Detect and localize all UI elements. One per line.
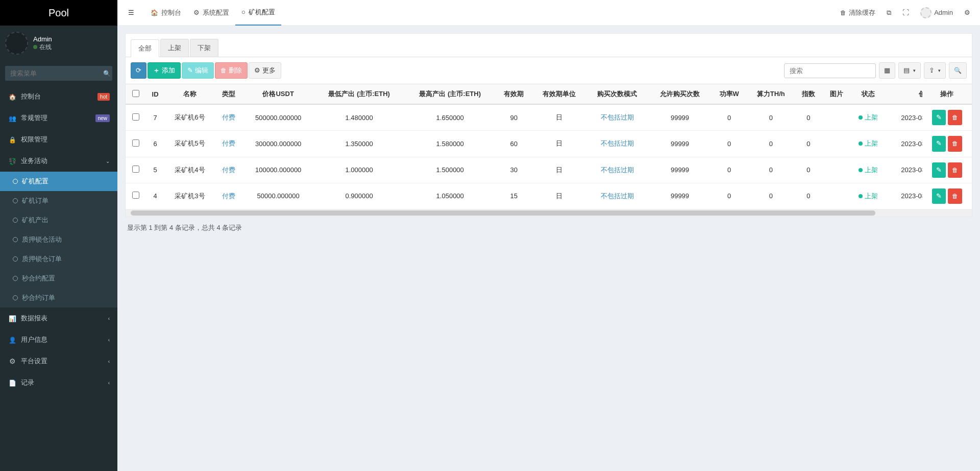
sidebar-subitem-label: 秒合约配置 [22,274,55,283]
sidebar-subitem[interactable]: 秒合约配置 [0,269,117,288]
column-header[interactable]: 功率W [711,84,747,104]
filter-tab[interactable]: 上架 [160,39,189,57]
cell-img [822,104,850,131]
cell-index: 0 [795,157,823,183]
toggle-view-button[interactable] [879,62,895,79]
search-button[interactable] [949,62,967,79]
column-header[interactable]: 最高产出 (主币:ETH) [405,84,496,104]
sidebar-item[interactable]: 控制台hot [0,86,117,107]
scrollbar-thumb[interactable] [131,210,875,216]
column-header[interactable] [126,84,145,104]
select-all-checkbox[interactable] [132,90,139,97]
horizontal-scrollbar[interactable] [126,209,972,217]
sidebar-item[interactable]: 常规管理new [0,107,117,129]
row-checkbox[interactable] [132,166,139,173]
delete-button[interactable]: 删除 [215,62,248,79]
row-edit-button[interactable] [932,162,946,178]
fullscreen-button[interactable] [900,7,911,18]
sidebar-item[interactable]: 权限管理 [0,129,117,150]
columns-button[interactable] [898,62,921,79]
top-tab[interactable]: 系统配置 [187,0,235,26]
column-header[interactable]: 有效期单位 [532,84,586,104]
sidebar-subitem[interactable]: 秒合约订单 [0,288,117,308]
row-checkbox[interactable] [132,139,139,147]
sidebar-subitem[interactable]: 矿机订单 [0,191,117,210]
type-link[interactable]: 付费 [222,113,235,121]
row-delete-button[interactable] [948,162,962,178]
sidebar-item[interactable]: 用户信息‹ [0,329,117,350]
search-input[interactable] [784,63,876,78]
sidebar-subitem-label: 质押锁仓订单 [22,254,62,264]
settings-button[interactable] [962,7,972,18]
chevron-icon: ‹ [108,316,110,321]
sidebar-subitem[interactable]: 矿机配置 [0,172,117,191]
sidebar-item[interactable]: 平台设置‹ [0,350,117,372]
topbar-user[interactable]: Admin [918,5,955,20]
user-name: Admin [33,35,52,43]
type-link[interactable]: 付费 [222,192,235,200]
row-checkbox[interactable] [132,192,139,199]
column-header[interactable]: 指数 [795,84,823,104]
add-button[interactable]: 添加 [148,62,181,79]
column-header[interactable]: 操作 [922,84,972,104]
column-header[interactable]: 价格USDT [243,84,314,104]
column-header[interactable]: 图片 [822,84,850,104]
edit-button[interactable]: 编辑 [182,62,214,79]
column-header[interactable]: 有效期 [496,84,532,104]
refresh-button[interactable] [131,62,146,79]
buymode-link[interactable]: 不包括过期 [601,113,634,121]
column-header[interactable]: 状态 [850,84,886,104]
sidebar-search-button[interactable] [101,66,112,81]
app-logo[interactable]: Pool [0,0,117,26]
sidebar-subitem[interactable]: 质押锁仓活动 [0,230,117,249]
column-header[interactable]: 类型 [215,84,243,104]
cell-min: 1.350000 [314,131,405,157]
menu-icon [8,92,17,101]
cell-buymode: 不包括过期 [586,183,649,209]
more-button[interactable]: 更多 [249,62,281,79]
export-button[interactable] [924,62,946,79]
column-header[interactable]: 算力TH/h [747,84,794,104]
type-link[interactable]: 付费 [222,139,235,147]
top-tab[interactable]: 矿机配置 [235,0,281,26]
filter-tab[interactable]: 下架 [190,39,218,57]
status-badge[interactable]: 上架 [859,192,878,201]
filter-tab[interactable]: 全部 [131,39,159,57]
cell-id: 4 [145,183,165,209]
status-badge[interactable]: 上架 [859,113,878,122]
grid-icon [903,66,910,75]
sidebar-subitem-label: 矿机订单 [22,196,48,205]
column-header[interactable]: 允许购买次数 [649,84,712,104]
top-tab[interactable]: 控制台 [144,0,187,26]
row-checkbox[interactable] [132,113,139,121]
row-edit-button[interactable] [932,189,946,204]
hamburger-button[interactable] [125,6,137,19]
data-table: ID名称类型价格USDT最低产出 (主币:ETH)最高产出 (主币:ETH)有效… [126,84,972,209]
sidebar-item[interactable]: 数据报表‹ [0,308,117,329]
column-header[interactable]: 最低产出 (主币:ETH) [314,84,405,104]
clear-cache-button[interactable]: 清除缓存 [838,6,877,19]
table-wrap[interactable]: ID名称类型价格USDT最低产出 (主币:ETH)最高产出 (主币:ETH)有效… [126,84,972,209]
row-edit-button[interactable] [932,136,946,151]
row-delete-button[interactable] [948,110,962,125]
column-header[interactable]: ID [145,84,165,104]
row-delete-button[interactable] [948,136,962,151]
row-edit-button[interactable] [932,110,946,125]
avatar[interactable] [5,32,28,55]
type-link[interactable]: 付费 [222,166,235,174]
buymode-link[interactable]: 不包括过期 [601,166,634,174]
buymode-link[interactable]: 不包括过期 [601,192,634,200]
dot-icon [859,194,863,198]
column-header[interactable]: 购买次数模式 [586,84,649,104]
sidebar-search-input[interactable] [5,66,101,81]
row-delete-button[interactable] [948,189,962,204]
buymode-link[interactable]: 不包括过期 [601,139,634,147]
sidebar-item[interactable]: 记录‹ [0,372,117,393]
sidebar-item[interactable]: 业务活动⌄ [0,150,117,172]
status-badge[interactable]: 上架 [859,166,878,175]
sidebar-subitem[interactable]: 矿机产出 [0,210,117,230]
sidebar-subitem[interactable]: 质押锁仓订单 [0,249,117,269]
status-badge[interactable]: 上架 [859,139,878,148]
copy-button[interactable] [885,7,893,19]
column-header[interactable]: 名称 [165,84,215,104]
